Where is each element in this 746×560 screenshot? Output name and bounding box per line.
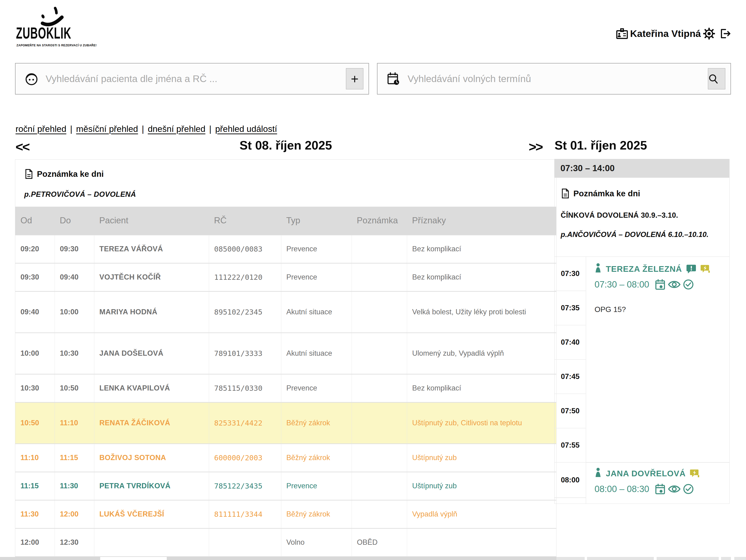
nav-events[interactable]: přehled událostí	[215, 124, 277, 134]
calendar-icon[interactable]	[655, 483, 666, 495]
opening-hours: 07:30 – 14:00	[554, 159, 729, 178]
free-slots-search-input[interactable]	[407, 73, 708, 85]
table-row[interactable]: 12:00 12:30 Volno OBĚD	[15, 528, 556, 557]
document-icon	[561, 188, 570, 199]
appointment-block[interactable]: JANA DOVŘELOVÁ 08:00 – 08:30	[586, 463, 729, 498]
cell-type: Prevence	[281, 472, 352, 500]
user-name[interactable]: Kateřina Vtipná	[630, 28, 701, 39]
flag-note-icon	[690, 469, 700, 478]
cell-from: 11:30	[15, 500, 55, 528]
settings-gear-icon[interactable]	[703, 28, 715, 39]
cell-type: Akutní situace	[281, 291, 352, 333]
check-circle-icon[interactable]	[683, 279, 694, 290]
table-row[interactable]: 10:00 10:30 JANA DOŠELOVÁ 789101/3333 Ak…	[15, 333, 556, 374]
appointment-range: 08:00 – 08:30	[595, 484, 649, 494]
appointment-patient: JANA DOVŘELOVÁ	[606, 469, 686, 478]
cell-birth-number: 895102/2345	[209, 291, 281, 333]
time-slot-label[interactable]: 08:00	[554, 463, 586, 498]
time-slot-label[interactable]: 07:55	[554, 429, 586, 463]
day-note-header: Poznámka ke dni	[24, 169, 547, 179]
cell-symptoms: Velká bolest, Užity léky proti bolesti	[407, 291, 556, 333]
eye-icon[interactable]	[668, 484, 681, 494]
search-slots-button[interactable]	[708, 68, 725, 89]
table-row[interactable]: 09:20 09:30 TEREZA VÁŘOVÁ 085000/0083 Pr…	[15, 235, 556, 263]
cell-patient: VOJTĚCH KOČÍŘ	[94, 263, 209, 291]
logout-icon[interactable]	[719, 28, 731, 39]
next-day-panel: 07:30 – 14:00 Poznámka ke dni ČÍNKOVÁ DO…	[554, 159, 729, 504]
cell-type: Volno	[281, 528, 352, 557]
cell-birth-number: 111222/0120	[209, 263, 281, 291]
column-header: Pacient	[94, 207, 209, 235]
cell-patient: PETRA TVRDÍKOVÁ	[94, 472, 209, 500]
appointment-block[interactable]: TEREZA ŽELEZNÁ 07:30 – 08:00	[586, 257, 729, 463]
timeline-tail	[554, 498, 586, 504]
app-logo: ZUBOKLIK ZAPOMEŇTE NA STAROSTI S REZERVA…	[16, 4, 115, 49]
cell-note	[352, 263, 407, 291]
time-slot-label[interactable]: 07:40	[554, 325, 586, 360]
cell-to: 11:15	[55, 444, 94, 472]
nav-yearly[interactable]: roční přehled	[16, 124, 66, 134]
cell-to: 12:00	[55, 500, 94, 528]
cell-from: 12:00	[15, 528, 55, 557]
day-note-title: Poznámka ke dni	[37, 169, 104, 179]
next-day-note-section: Poznámka ke dni ČÍNKOVÁ DOVOLENÁ 30.9.–3…	[554, 178, 729, 257]
check-circle-icon[interactable]	[683, 483, 694, 494]
patient-face-icon	[25, 72, 38, 86]
table-row[interactable]: 09:40 10:00 MARIYA HODNÁ 895102/2345 Aku…	[15, 291, 556, 333]
magnifier-icon	[708, 73, 718, 84]
cell-symptoms: Uštípnutý zub	[407, 472, 556, 500]
column-header: RČ	[209, 207, 281, 235]
patient-search-input[interactable]	[45, 73, 346, 85]
patient-search-box: +	[15, 63, 369, 94]
next-day-button[interactable]: >>	[529, 139, 542, 154]
time-slot-label[interactable]: 07:50	[554, 394, 586, 429]
cell-symptoms: Uštípnutý zub	[407, 444, 556, 472]
table-row[interactable]: 11:30 12:00 LUKÁŠ VČEREJŠÍ 811111/3344 B…	[15, 500, 556, 528]
horizontal-scrollbar[interactable]	[0, 557, 556, 560]
scrollbar-gap	[731, 557, 734, 560]
cell-symptoms	[407, 528, 556, 557]
time-slot-label[interactable]: 07:35	[554, 291, 586, 325]
table-row[interactable]: 10:50 11:10 RENATA ŽÁČIKOVÁ 825331/4422 …	[15, 402, 556, 444]
column-header: Od	[15, 207, 55, 235]
cell-note	[352, 374, 407, 402]
column-header: Poznámka	[352, 207, 407, 235]
cell-birth-number: 085000/0083	[209, 235, 281, 263]
nav-today[interactable]: dnešní přehled	[148, 124, 205, 134]
cell-patient: LUKÁŠ VČEREJŠÍ	[94, 500, 209, 528]
cell-to: 12:30	[55, 528, 94, 557]
cell-from: 11:10	[15, 444, 55, 472]
time-slot-label[interactable]: 07:45	[554, 360, 586, 394]
table-row[interactable]: 10:30 10:50 LENKA KVAPILOVÁ 785115/0330 …	[15, 374, 556, 402]
add-patient-button[interactable]: +	[346, 68, 363, 89]
cell-note	[352, 333, 407, 374]
cell-symptoms: Uštípnutý zub, Citlivosti na teplotu	[407, 402, 556, 444]
free-slots-search-box	[377, 63, 731, 94]
nav-separator: |	[70, 124, 73, 134]
cell-to: 11:10	[55, 402, 94, 444]
scrollbar-thumb[interactable]	[100, 557, 167, 560]
current-day-title: St 08. říjen 2025	[15, 138, 556, 152]
appointment-note: OPG 15?	[595, 305, 729, 314]
time-slot-label[interactable]: 07:30	[554, 257, 586, 291]
cell-note	[352, 500, 407, 528]
appointments-table: OdDoPacientRČTypPoznámkaPříznaky 09:20 0…	[15, 207, 556, 560]
cell-birth-number: 600000/2003	[209, 444, 281, 472]
cell-patient	[94, 528, 209, 557]
cell-from: 09:40	[15, 291, 55, 333]
cell-symptoms: Bez komplikací	[407, 263, 556, 291]
cell-note	[352, 472, 407, 500]
appointment-range: 07:30 – 08:00	[595, 279, 649, 290]
timeline-tail	[586, 498, 729, 504]
cell-patient: RENATA ŽÁČIKOVÁ	[94, 402, 209, 444]
table-row[interactable]: 11:10 11:15 BOŽIVOJ SOTONA 600000/2003 B…	[15, 444, 556, 472]
cell-from: 10:50	[15, 402, 55, 444]
table-row[interactable]: 11:15 11:30 PETRA TVRDÍKOVÁ 785122/3435 …	[15, 472, 556, 500]
eye-icon[interactable]	[668, 280, 681, 289]
nav-monthly[interactable]: měsíční přehled	[76, 124, 138, 134]
next-day-note-header: Poznámka ke dni	[561, 188, 723, 199]
cell-symptoms: Vypadlá výplň	[407, 500, 556, 528]
scrollbar-gap	[719, 557, 721, 560]
calendar-icon[interactable]	[655, 279, 666, 290]
table-row[interactable]: 09:30 09:40 VOJTĚCH KOČÍŘ 111222/0120 Pr…	[15, 263, 556, 291]
